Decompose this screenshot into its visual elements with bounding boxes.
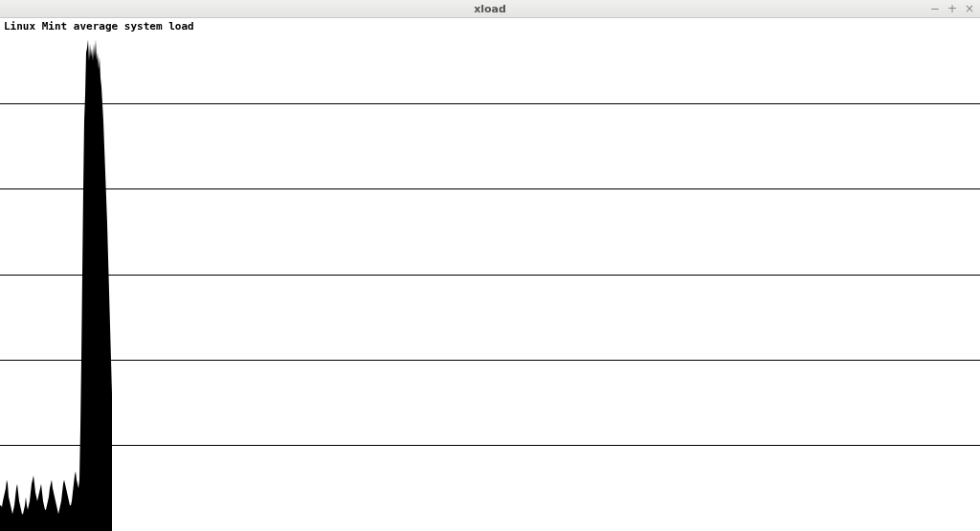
window-titlebar: xload − + × (0, 0, 980, 18)
window-controls: − + × (930, 0, 974, 17)
window-title: xload (474, 3, 506, 15)
xload-content: Linux Mint average system load (0, 18, 980, 531)
maximize-icon[interactable]: + (947, 0, 957, 17)
close-icon[interactable]: × (965, 0, 974, 17)
load-graph (0, 18, 980, 531)
minimize-icon[interactable]: − (930, 0, 940, 17)
